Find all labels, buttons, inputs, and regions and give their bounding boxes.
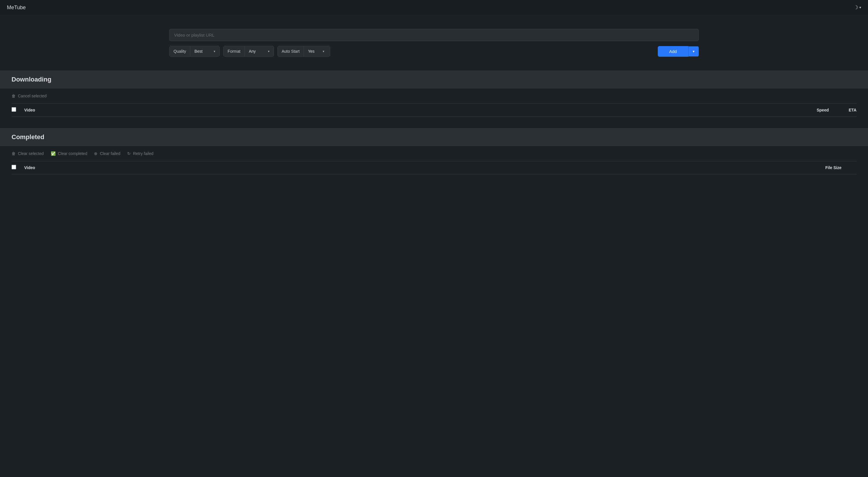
clear-selected-trash-icon: 🗑 xyxy=(11,151,16,156)
downloading-video-col-header: Video xyxy=(24,108,789,112)
quality-select-group: Quality Best 1080p 720p 480p 360p Worst … xyxy=(169,46,220,57)
retry-failed-button[interactable]: ↻ Retry failed xyxy=(127,151,153,156)
clear-selected-button[interactable]: 🗑 Clear selected xyxy=(11,151,44,156)
clear-selected-label: Clear selected xyxy=(18,151,44,156)
controls-row: Quality Best 1080p 720p 480p 360p Worst … xyxy=(169,46,699,57)
downloading-table-header: Video Speed ETA xyxy=(11,103,857,117)
app-header: MeTube ☽ ▾ xyxy=(0,0,868,15)
retry-failed-icon: ↻ xyxy=(127,151,131,156)
completed-section: Completed 🗑 Clear selected ✅ Clear compl… xyxy=(0,128,868,186)
downloading-title: Downloading xyxy=(11,76,51,83)
downloading-content: 🗑 Cancel selected Video Speed ETA xyxy=(0,89,868,128)
add-button-group: Add ▾ xyxy=(658,46,699,57)
quality-select[interactable]: Best 1080p 720p 480p 360p Worst ▾ xyxy=(190,46,219,57)
cancel-selected-button[interactable]: 🗑 Cancel selected xyxy=(11,94,47,98)
downloading-bottom-space xyxy=(11,117,857,128)
downloading-select-all-checkbox[interactable] xyxy=(11,107,16,112)
autostart-dropdown[interactable]: Yes No xyxy=(308,49,320,54)
format-select-group: Format Any mp4 webm mp3 m4a ▾ xyxy=(223,46,274,57)
clear-completed-label: Clear completed xyxy=(58,151,87,156)
format-label: Format xyxy=(223,46,245,57)
add-button[interactable]: Add xyxy=(658,46,689,57)
format-chevron-icon: ▾ xyxy=(268,49,270,53)
clear-completed-button[interactable]: ✅ Clear completed xyxy=(51,151,87,156)
autostart-label: Auto Start xyxy=(278,46,304,57)
downloading-select-all-col xyxy=(11,107,20,113)
completed-filesize-col-header: File Size xyxy=(810,165,857,170)
downloading-toolbar: 🗑 Cancel selected xyxy=(11,89,857,103)
downloading-speed-col-header: Speed xyxy=(794,108,829,112)
quality-chevron-icon: ▾ xyxy=(214,49,215,53)
theme-dropdown-icon: ▾ xyxy=(859,5,861,9)
completed-table-header: Video File Size xyxy=(11,161,857,174)
autostart-chevron-icon: ▾ xyxy=(323,49,324,53)
clear-failed-button[interactable]: ⊗ Clear failed xyxy=(94,151,120,156)
format-dropdown[interactable]: Any mp4 webm mp3 m4a xyxy=(249,49,266,54)
quality-dropdown[interactable]: Best 1080p 720p 480p 360p Worst xyxy=(194,49,211,54)
completed-table: Video File Size xyxy=(11,161,857,174)
trash-icon: 🗑 xyxy=(11,94,16,98)
completed-header: Completed xyxy=(0,128,868,146)
clear-failed-label: Clear failed xyxy=(100,151,120,156)
completed-select-all-checkbox[interactable] xyxy=(11,165,16,169)
url-section: Quality Best 1080p 720p 480p 360p Worst … xyxy=(0,29,868,57)
autostart-select-group: Auto Start Yes No ▾ xyxy=(277,46,330,57)
completed-bottom-space xyxy=(11,174,857,186)
main-content: Quality Best 1080p 720p 480p 360p Worst … xyxy=(0,15,868,186)
cancel-selected-label: Cancel selected xyxy=(18,94,47,98)
url-input[interactable] xyxy=(169,29,699,41)
add-dropdown-button[interactable]: ▾ xyxy=(689,46,699,57)
autostart-select[interactable]: Yes No ▾ xyxy=(304,46,330,57)
completed-content: 🗑 Clear selected ✅ Clear completed ⊗ Cle… xyxy=(0,146,868,186)
format-select[interactable]: Any mp4 webm mp3 m4a ▾ xyxy=(245,46,274,57)
completed-select-all-col xyxy=(11,165,20,171)
downloading-section: Downloading 🗑 Cancel selected Video Spee… xyxy=(0,71,868,128)
add-dropdown-icon: ▾ xyxy=(693,49,695,54)
quality-label: Quality xyxy=(169,46,191,57)
clear-failed-icon: ⊗ xyxy=(94,151,97,156)
downloading-eta-col-header: ETA xyxy=(833,108,857,112)
completed-title: Completed xyxy=(11,133,44,141)
app-title: MeTube xyxy=(7,5,26,11)
completed-toolbar: 🗑 Clear selected ✅ Clear completed ⊗ Cle… xyxy=(11,146,857,161)
completed-video-col-header: Video xyxy=(24,165,806,170)
downloading-header: Downloading xyxy=(0,71,868,89)
theme-toggle-button[interactable]: ☽ ▾ xyxy=(854,4,861,11)
retry-failed-label: Retry failed xyxy=(133,151,153,156)
clear-completed-icon: ✅ xyxy=(51,151,56,156)
downloading-table: Video Speed ETA xyxy=(11,103,857,117)
theme-icon: ☽ xyxy=(854,4,858,11)
